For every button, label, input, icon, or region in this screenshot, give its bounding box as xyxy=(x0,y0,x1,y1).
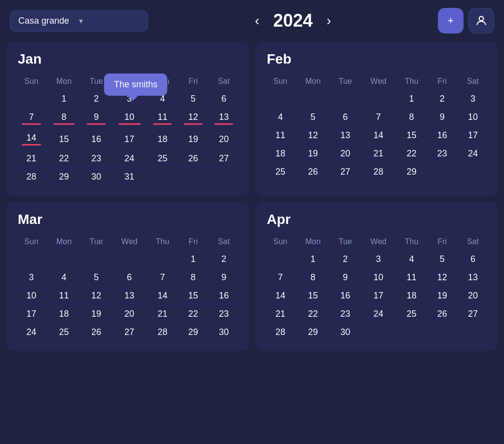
table-cell[interactable]: 18 xyxy=(265,145,296,163)
location-selector[interactable]: Casa grande ▾ xyxy=(10,10,148,32)
table-cell[interactable]: 30 xyxy=(81,168,112,186)
table-cell[interactable]: 20 xyxy=(458,287,488,305)
table-cell[interactable]: 22 xyxy=(178,305,208,323)
table-cell[interactable]: 4 xyxy=(396,250,427,268)
table-cell[interactable]: 23 xyxy=(208,305,239,323)
table-cell[interactable]: 28 xyxy=(147,323,178,341)
table-cell[interactable]: 13 xyxy=(112,287,147,305)
table-cell[interactable]: 24 xyxy=(361,305,396,323)
table-cell[interactable]: 18 xyxy=(396,287,427,305)
table-cell[interactable]: 5 xyxy=(81,268,112,287)
table-cell[interactable]: 16 xyxy=(330,287,360,305)
add-button[interactable]: + xyxy=(438,8,464,34)
table-cell[interactable]: 13 xyxy=(330,126,360,145)
table-cell[interactable]: 23 xyxy=(427,145,458,163)
table-cell[interactable]: 4 xyxy=(47,268,81,287)
table-cell[interactable]: 7 xyxy=(16,108,47,129)
table-cell[interactable]: 22 xyxy=(296,305,330,323)
table-cell[interactable] xyxy=(16,90,47,108)
table-cell[interactable]: 28 xyxy=(361,163,396,181)
table-cell[interactable]: 26 xyxy=(81,323,112,341)
table-cell[interactable]: 28 xyxy=(16,168,47,186)
table-cell[interactable]: 10 xyxy=(458,108,488,126)
table-cell[interactable]: 7 xyxy=(147,268,178,287)
table-cell[interactable]: 16 xyxy=(81,129,112,149)
table-cell[interactable]: 22 xyxy=(47,149,81,168)
table-cell[interactable]: 21 xyxy=(265,305,296,323)
table-cell[interactable]: 1 xyxy=(296,250,330,268)
next-year-button[interactable]: › xyxy=(323,11,335,31)
table-cell[interactable]: 15 xyxy=(396,126,427,145)
table-cell[interactable]: 24 xyxy=(16,323,47,341)
table-cell[interactable]: 4 xyxy=(147,90,178,108)
table-cell[interactable]: 20 xyxy=(330,145,360,163)
table-cell[interactable]: 1 xyxy=(396,90,427,108)
table-cell[interactable]: 6 xyxy=(208,90,239,108)
table-cell[interactable]: 31 xyxy=(112,168,147,186)
table-cell[interactable]: 5 xyxy=(427,250,458,268)
table-cell[interactable]: 20 xyxy=(208,129,239,149)
table-cell[interactable]: 13 xyxy=(458,268,488,287)
table-cell[interactable]: 4 xyxy=(265,108,296,126)
table-cell[interactable]: 11 xyxy=(147,108,178,129)
table-cell[interactable]: 19 xyxy=(296,145,330,163)
table-cell[interactable]: 3 xyxy=(361,250,396,268)
table-cell[interactable]: 26 xyxy=(296,163,330,181)
prev-year-button[interactable]: ‹ xyxy=(251,11,263,31)
table-cell[interactable]: 18 xyxy=(47,305,81,323)
table-cell[interactable]: 26 xyxy=(427,305,458,323)
table-cell[interactable]: 3 xyxy=(112,90,147,108)
table-cell[interactable]: 17 xyxy=(112,129,147,149)
profile-button[interactable] xyxy=(468,8,494,34)
table-cell[interactable]: 8 xyxy=(296,268,330,287)
table-cell[interactable]: 15 xyxy=(296,287,330,305)
table-cell[interactable]: 16 xyxy=(208,287,239,305)
table-cell[interactable]: 17 xyxy=(361,287,396,305)
table-cell[interactable]: 5 xyxy=(178,90,208,108)
table-cell[interactable]: 18 xyxy=(147,129,178,149)
table-cell[interactable]: 12 xyxy=(81,287,112,305)
table-cell[interactable]: 9 xyxy=(81,108,112,129)
table-cell[interactable]: The smiths 10 xyxy=(112,108,147,129)
table-cell[interactable]: 25 xyxy=(47,323,81,341)
table-cell[interactable]: 2 xyxy=(81,90,112,108)
table-cell[interactable]: 29 xyxy=(296,323,330,341)
table-cell[interactable]: 9 xyxy=(330,268,360,287)
table-cell[interactable]: 14 xyxy=(147,287,178,305)
table-cell[interactable]: 11 xyxy=(396,268,427,287)
table-cell[interactable]: 7 xyxy=(265,268,296,287)
table-cell[interactable]: 17 xyxy=(16,305,47,323)
table-cell[interactable]: 17 xyxy=(458,126,488,145)
table-cell[interactable]: 1 xyxy=(178,250,208,268)
table-cell[interactable]: 27 xyxy=(458,305,488,323)
table-cell[interactable]: 23 xyxy=(81,149,112,168)
table-cell[interactable]: 14 xyxy=(361,126,396,145)
table-cell[interactable]: 2 xyxy=(208,250,239,268)
table-cell[interactable]: 22 xyxy=(396,145,427,163)
table-cell[interactable]: 19 xyxy=(178,129,208,149)
table-cell[interactable]: 23 xyxy=(330,305,360,323)
table-cell[interactable]: 3 xyxy=(16,268,47,287)
table-cell[interactable]: 9 xyxy=(427,108,458,126)
table-cell[interactable]: 19 xyxy=(81,305,112,323)
table-cell[interactable]: 24 xyxy=(112,149,147,168)
table-cell[interactable]: 8 xyxy=(178,268,208,287)
table-cell[interactable]: 6 xyxy=(330,108,360,126)
table-cell[interactable]: 8 xyxy=(396,108,427,126)
table-cell[interactable]: 16 xyxy=(427,126,458,145)
table-cell[interactable]: 20 xyxy=(112,305,147,323)
table-cell[interactable]: 29 xyxy=(178,323,208,341)
table-cell[interactable]: 29 xyxy=(47,168,81,186)
table-cell[interactable]: 13 xyxy=(208,108,239,129)
table-cell[interactable]: 2 xyxy=(427,90,458,108)
table-cell[interactable]: 10 xyxy=(361,268,396,287)
table-cell[interactable]: 30 xyxy=(330,323,360,341)
table-cell[interactable]: 12 xyxy=(178,108,208,129)
table-cell[interactable]: 7 xyxy=(361,108,396,126)
table-cell[interactable]: 25 xyxy=(396,305,427,323)
table-cell[interactable]: 28 xyxy=(265,323,296,341)
table-cell[interactable]: 14 xyxy=(16,129,47,149)
table-cell[interactable]: 27 xyxy=(208,149,239,168)
table-cell[interactable]: 8 xyxy=(47,108,81,129)
table-cell[interactable]: 29 xyxy=(396,163,427,181)
